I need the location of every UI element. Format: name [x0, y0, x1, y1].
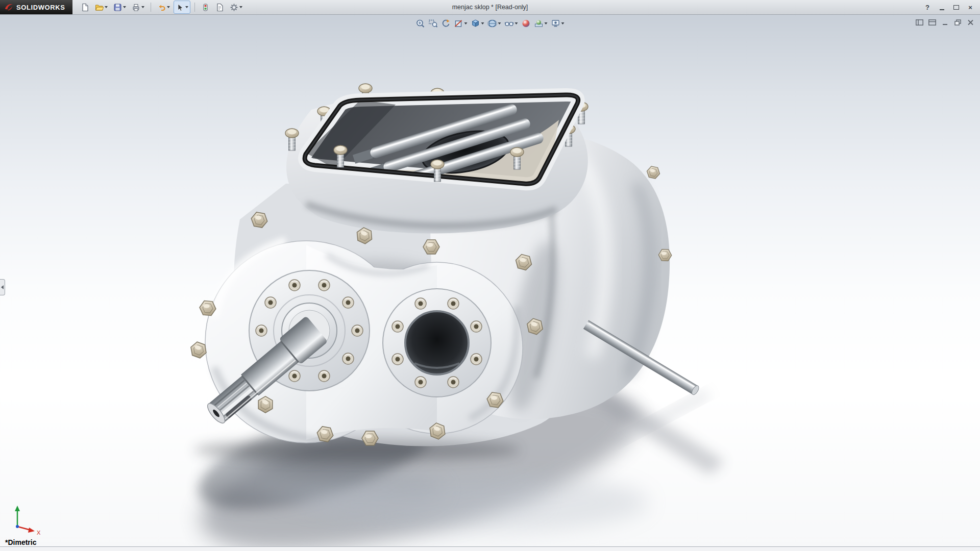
triad-x-axis [28, 528, 35, 533]
hide-show-items-button[interactable] [504, 17, 519, 30]
doc-restore-icon [954, 19, 961, 26]
minimize-button[interactable] [935, 2, 948, 12]
view-orientation-cube-icon [471, 19, 480, 28]
open-document-button[interactable] [93, 1, 110, 14]
open-folder-icon [95, 3, 104, 12]
triad-x-label: X [37, 530, 41, 536]
full-screen-button[interactable] [927, 18, 937, 26]
print-document-button[interactable] [130, 1, 146, 14]
zoom-to-area-icon [429, 19, 438, 28]
dropdown-caret [545, 22, 548, 24]
split-pane-icon [916, 19, 923, 26]
save-document-button[interactable] [111, 1, 128, 14]
save-floppy-icon [113, 3, 122, 12]
dropdown-caret [481, 22, 484, 24]
solidworks-logo: SOLIDWORKS [0, 0, 72, 14]
dropdown-caret [464, 22, 468, 24]
options-button[interactable] [228, 1, 244, 14]
undo-button[interactable] [155, 1, 172, 14]
display-style-icon [488, 19, 497, 28]
doc-restore-button[interactable] [953, 18, 962, 26]
help-button[interactable]: ? [921, 2, 934, 12]
split-pane-button[interactable] [915, 18, 924, 26]
graphics-area[interactable]: X *Dimetric [0, 14, 980, 547]
triad-z-axis [16, 525, 19, 528]
doc-minimize-icon [942, 19, 948, 26]
document-window-controls [915, 18, 975, 26]
dropdown-caret [498, 22, 501, 24]
headsup-view-toolbar [415, 17, 566, 30]
full-screen-icon [928, 19, 936, 26]
solidworks-ds-icon [4, 3, 13, 12]
view-orientation-label: *Dimetric [5, 538, 36, 546]
section-view-button[interactable] [453, 17, 469, 30]
doc-close-button[interactable] [966, 18, 975, 26]
apply-scene-button[interactable] [533, 17, 549, 30]
hide-show-glasses-icon [505, 19, 514, 28]
dropdown-caret [141, 6, 144, 8]
previous-view-button[interactable] [440, 17, 452, 30]
rebuild-traffic-light-icon [201, 3, 210, 12]
toolbar-separator [151, 3, 151, 12]
zoom-to-fit-icon [416, 19, 425, 28]
right-bearing-flange [383, 289, 491, 397]
orientation-triad[interactable]: X [8, 503, 44, 536]
doc-close-icon [967, 19, 974, 26]
select-cursor-icon [176, 3, 184, 12]
brand-text: SOLIDWORKS [16, 4, 65, 11]
dropdown-caret [167, 6, 170, 8]
main-toolbar [79, 1, 244, 14]
display-style-button[interactable] [487, 17, 502, 30]
edit-appearance-button[interactable] [521, 17, 532, 30]
file-properties-icon [215, 3, 224, 12]
dropdown-caret [123, 6, 126, 8]
rebuild-button[interactable] [199, 1, 212, 14]
view-settings-button[interactable] [550, 17, 566, 30]
toolbar-separator [194, 3, 195, 12]
options-gear-icon [230, 3, 238, 12]
zoom-to-area-button[interactable] [428, 17, 439, 30]
print-icon [132, 3, 140, 12]
title-bar: SOLIDWORKS [0, 0, 980, 15]
dropdown-caret [105, 6, 108, 8]
view-orientation-button[interactable] [470, 17, 485, 30]
close-button[interactable]: × [964, 2, 977, 12]
dropdown-caret [515, 22, 518, 24]
dropdown-caret [239, 6, 242, 8]
apply-scene-icon [534, 19, 544, 28]
model-3d-gearbox-assembly[interactable] [0, 14, 980, 547]
dropdown-caret [185, 6, 188, 8]
section-view-icon [454, 19, 463, 28]
select-tool-button[interactable] [174, 1, 190, 14]
new-document-button[interactable] [79, 1, 91, 14]
file-properties-button[interactable] [213, 1, 226, 14]
doc-minimize-button[interactable] [940, 18, 949, 26]
feature-tree-collapsed-tab[interactable] [0, 279, 5, 295]
under-plate-seam [194, 439, 521, 461]
previous-view-icon [442, 19, 451, 28]
maximize-button[interactable] [949, 2, 963, 12]
status-bar [0, 546, 980, 551]
zoom-to-fit-button[interactable] [415, 17, 426, 30]
window-controls: ? × [921, 2, 980, 12]
undo-icon [157, 3, 166, 12]
dropdown-caret [561, 22, 565, 24]
new-document-icon [81, 3, 89, 12]
view-settings-icon [551, 19, 560, 28]
document-title: menjac sklop * [Read-only] [452, 4, 528, 11]
triad-y-axis [15, 506, 20, 511]
edit-appearance-ball-icon [522, 19, 531, 28]
